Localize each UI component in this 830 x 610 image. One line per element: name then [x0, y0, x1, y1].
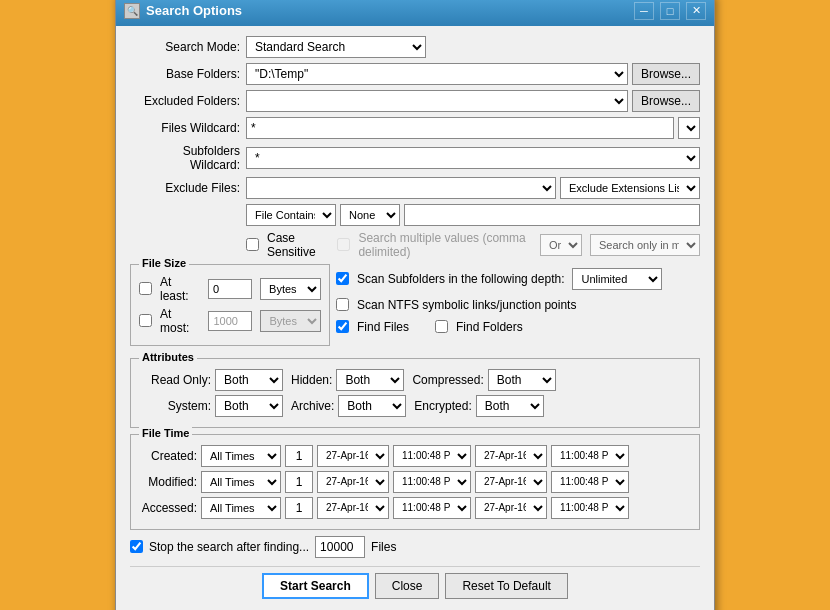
file-contains-input-row: File Contains... None [246, 204, 700, 226]
modified-time-select[interactable]: All TimesBeforeAfterBetween [201, 471, 281, 493]
exclude-extensions-select[interactable]: Exclude Extensions List [560, 177, 700, 199]
exclude-files-input-row: Exclude Extensions List [246, 177, 700, 199]
files-wildcard-dropdown[interactable]: ▼ [678, 117, 700, 139]
at-most-bytes-select[interactable]: Bytes [260, 310, 321, 332]
created-time-select[interactable]: All TimesBeforeAfterBetween [201, 445, 281, 467]
encrypted-label: Encrypted: [414, 399, 471, 413]
at-most-checkbox[interactable] [139, 314, 152, 327]
created-date1[interactable]: 27-Apr-16 [317, 445, 389, 467]
modified-num[interactable] [285, 471, 313, 493]
files-label: Files [371, 540, 396, 554]
close-button[interactable]: ✕ [686, 2, 706, 20]
reset-default-button[interactable]: Reset To Default [445, 573, 568, 599]
stop-checkbox[interactable] [130, 540, 143, 553]
encrypted-group: Encrypted: BothYesNo [414, 395, 543, 417]
compressed-select[interactable]: BothYesNo [488, 369, 556, 391]
created-num[interactable] [285, 445, 313, 467]
archive-select[interactable]: BothYesNo [338, 395, 406, 417]
exclude-files-select[interactable] [246, 177, 556, 199]
hidden-label: Hidden: [291, 373, 332, 387]
at-most-value[interactable] [208, 311, 252, 331]
title-bar: 🔍 Search Options ─ □ ✕ [116, 0, 714, 26]
accessed-row: Accessed: All TimesBeforeAfterBetween 27… [139, 497, 691, 519]
stop-row: Stop the search after finding... Files [130, 536, 700, 558]
search-mode-input-row: Standard Search RegEx Search Boolean Sea… [246, 36, 700, 58]
created-time1[interactable]: 11:00:48 P [393, 445, 471, 467]
archive-label: Archive: [291, 399, 334, 413]
read-only-select[interactable]: BothYesNo [215, 369, 283, 391]
excluded-folders-select[interactable] [246, 90, 628, 112]
modified-date2[interactable]: 27-Apr-16 [475, 471, 547, 493]
accessed-time-select[interactable]: All TimesBeforeAfterBetween [201, 497, 281, 519]
window-title: Search Options [146, 3, 628, 18]
at-least-checkbox[interactable] [139, 282, 152, 295]
modified-label: Modified: [139, 475, 197, 489]
find-files-checkbox[interactable] [336, 320, 349, 333]
at-least-bytes-select[interactable]: Bytes [260, 278, 321, 300]
subfolders-wildcard-input-row: * [246, 147, 700, 169]
subfolders-wildcard-label: Subfolders Wildcard: [130, 144, 240, 172]
base-folders-select[interactable]: "D:\Temp" [246, 63, 628, 85]
attributes-row1: Read Only: BothYesNo Hidden: BothYesNo C… [139, 369, 691, 391]
attributes-section: Attributes Read Only: BothYesNo Hidden: … [130, 358, 700, 428]
case-sensitive-checkbox[interactable] [246, 238, 259, 251]
read-only-group: Read Only: BothYesNo [139, 369, 283, 391]
base-folders-input-row: "D:\Temp" Browse... [246, 63, 700, 85]
hidden-group: Hidden: BothYesNo [291, 369, 404, 391]
subfolders-wildcard-select[interactable]: * [246, 147, 700, 169]
accessed-date1[interactable]: 27-Apr-16 [317, 497, 389, 519]
accessed-time1[interactable]: 11:00:48 P [393, 497, 471, 519]
depth-select[interactable]: Unlimited [572, 268, 662, 290]
attributes-section-label: Attributes [139, 351, 197, 363]
hidden-select[interactable]: BothYesNo [336, 369, 404, 391]
read-only-label: Read Only: [139, 373, 211, 387]
file-time-section: File Time Created: All TimesBeforeAfterB… [130, 434, 700, 530]
stream-select[interactable]: Search only in major stre... [590, 234, 700, 256]
exclude-files-row: Exclude Files: Exclude Extensions List [130, 177, 700, 199]
base-folders-browse-button[interactable]: Browse... [632, 63, 700, 85]
file-contains-select[interactable]: File Contains... [246, 204, 336, 226]
case-sensitive-row: Case Sensitive Search multiple values (c… [130, 231, 700, 259]
none-select[interactable]: None [340, 204, 400, 226]
or-select[interactable]: Or And [540, 234, 582, 256]
modified-time1[interactable]: 11:00:48 P [393, 471, 471, 493]
files-wildcard-input-row: ▼ [246, 117, 700, 139]
start-search-button[interactable]: Start Search [262, 573, 369, 599]
created-time2[interactable]: 11:00:48 P [551, 445, 629, 467]
content-area: Search Mode: Standard Search RegEx Searc… [116, 26, 714, 611]
find-folders-checkbox[interactable] [435, 320, 448, 333]
minimize-button[interactable]: ─ [634, 2, 654, 20]
modified-time2[interactable]: 11:00:48 P [551, 471, 629, 493]
scan-subfolders-checkbox[interactable] [336, 272, 349, 285]
created-row: Created: All TimesBeforeAfterBetween 27-… [139, 445, 691, 467]
system-label: System: [139, 399, 211, 413]
scan-ntfs-checkbox[interactable] [336, 298, 349, 311]
files-wildcard-input[interactable] [246, 117, 674, 139]
maximize-button[interactable]: □ [660, 2, 680, 20]
multi-values-label: Search multiple values (comma delimited) [358, 231, 532, 259]
footer-buttons: Start Search Close Reset To Default [130, 566, 700, 605]
stop-label: Stop the search after finding... [149, 540, 309, 554]
at-least-value[interactable] [208, 279, 252, 299]
close-dialog-button[interactable]: Close [375, 573, 440, 599]
files-wildcard-row: Files Wildcard: ▼ [130, 117, 700, 139]
created-date2[interactable]: 27-Apr-16 [475, 445, 547, 467]
compressed-label: Compressed: [412, 373, 483, 387]
search-mode-select[interactable]: Standard Search RegEx Search Boolean Sea… [246, 36, 426, 58]
system-select[interactable]: BothYesNo [215, 395, 283, 417]
accessed-num[interactable] [285, 497, 313, 519]
search-mode-label: Search Mode: [130, 40, 240, 54]
attributes-content: Read Only: BothYesNo Hidden: BothYesNo C… [139, 369, 691, 417]
modified-date1[interactable]: 27-Apr-16 [317, 471, 389, 493]
accessed-date2[interactable]: 27-Apr-16 [475, 497, 547, 519]
size-scan-section: File Size At least: Bytes At most: [130, 264, 700, 352]
at-least-label: At least: [160, 275, 200, 303]
accessed-time2[interactable]: 11:00:48 P [551, 497, 629, 519]
stop-value[interactable] [315, 536, 365, 558]
excluded-folders-browse-button[interactable]: Browse... [632, 90, 700, 112]
contains-input[interactable] [404, 204, 700, 226]
encrypted-select[interactable]: BothYesNo [476, 395, 544, 417]
multi-values-checkbox[interactable] [337, 238, 350, 251]
base-folders-row: Base Folders: "D:\Temp" Browse... [130, 63, 700, 85]
exclude-files-label: Exclude Files: [130, 181, 240, 195]
